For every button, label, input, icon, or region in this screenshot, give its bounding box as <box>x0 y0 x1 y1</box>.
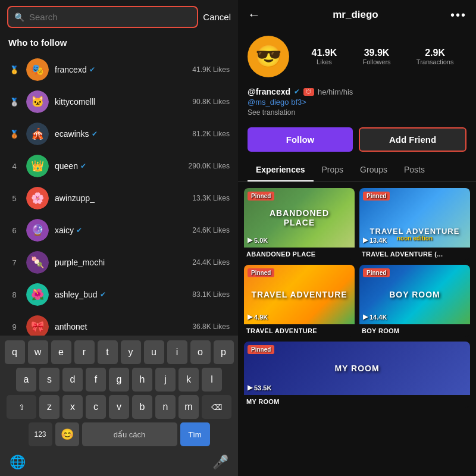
list-item[interactable]: 9🎀anthonet36.8K Likes <box>0 311 238 336</box>
key-n[interactable]: n <box>155 395 176 419</box>
user-info: ecawinks✔ <box>55 129 186 139</box>
tab-groups[interactable]: Groups <box>352 159 396 181</box>
follow-button[interactable]: Follow <box>248 127 353 152</box>
tab-props[interactable]: Props <box>314 159 352 181</box>
key-shift[interactable]: ⇧ <box>7 395 36 419</box>
key-h[interactable]: h <box>132 368 152 392</box>
key-z[interactable]: z <box>39 395 60 419</box>
avatar: 👑 <box>26 155 49 177</box>
user-info: francexd✔ <box>55 65 186 74</box>
key-w[interactable]: w <box>28 340 48 364</box>
list-item[interactable]: 7🍡purple_mochi24.4K Likes <box>0 246 238 278</box>
search-input[interactable] <box>29 12 191 22</box>
grid-img-travel2: Pinned TRAVEL ADVENTURE ▶4.9K <box>244 265 355 324</box>
keyboard-area: q w e r t y u i o p a s d f g h j k l ⇧ … <box>0 336 238 476</box>
user-list: 🥇🎭francexd✔41.9K Likes🥈🐱kittycomelll90.8… <box>0 54 238 336</box>
key-f[interactable]: f <box>86 368 106 392</box>
add-friend-button[interactable]: Add Friend <box>359 127 466 152</box>
grid-item-boy-room[interactable]: Pinned BOY ROOM ▶14.4K BOY ROOM <box>359 265 470 337</box>
list-item[interactable]: 5🌸awinzupp_13.3K Likes <box>0 182 238 214</box>
list-item[interactable]: 🥇🎭francexd✔41.9K Likes <box>0 54 238 86</box>
grid-label-myroom: MY ROOM <box>244 395 470 408</box>
username-label: xaicy <box>55 226 74 235</box>
action-buttons: Follow Add Friend <box>238 120 476 159</box>
stat-transactions-label: Transactions <box>416 58 454 65</box>
key-y[interactable]: y <box>121 340 141 364</box>
tab-posts[interactable]: Posts <box>396 159 433 181</box>
key-k[interactable]: k <box>178 368 199 392</box>
key-o[interactable]: o <box>190 340 211 364</box>
list-item[interactable]: 🥉🎪ecawinks✔81.2K Likes <box>0 118 238 150</box>
grid-item-abandoned-place[interactable]: Pinned ABANDONEDPLACE ▶5.0K ABANDONED PL… <box>244 188 355 260</box>
likes-count: 13.3K Likes <box>192 194 230 202</box>
user-info: awinzupp_ <box>55 193 186 203</box>
grid-img-travel1: Pinned TRAVEL ADVENTURE noon edition ▶13… <box>359 188 470 248</box>
profile-bio: @francexd ✔ 🛡 he/him/his @ms_diego bf3> … <box>238 83 476 120</box>
search-input-wrapper[interactable]: 🔍 <box>7 6 198 28</box>
key-i[interactable]: i <box>167 340 187 364</box>
key-emoji[interactable]: 😊 <box>55 422 79 446</box>
stat-followers-label: Followers <box>363 58 391 65</box>
rank-badge: 5 <box>8 194 20 203</box>
bio-mention[interactable]: @ms_diego bf3> <box>248 98 466 107</box>
cancel-button[interactable]: Cancel <box>203 12 231 22</box>
key-backspace[interactable]: ⌫ <box>202 395 231 419</box>
pinned-badge-4: Pinned <box>363 268 390 277</box>
microphone-icon[interactable]: 🎤 <box>212 455 228 470</box>
avatar: 🐱 <box>26 90 49 113</box>
key-t[interactable]: t <box>98 340 118 364</box>
key-p[interactable]: p <box>214 340 234 364</box>
key-u[interactable]: u <box>144 340 164 364</box>
list-item[interactable]: 8🌺ashley_bud✔83.1K Likes <box>0 278 238 311</box>
grid-img-boyroom: Pinned BOY ROOM ▶14.4K <box>359 265 470 324</box>
list-item[interactable]: 6🔮xaicy✔24.6K Likes <box>0 214 238 246</box>
list-item[interactable]: 🥈🐱kittycomelll90.8K Likes <box>0 86 238 118</box>
avatar: 🎭 <box>26 58 49 81</box>
likes-count: 24.4K Likes <box>192 258 230 267</box>
key-m[interactable]: m <box>178 395 199 419</box>
grid-item-my-room[interactable]: Pinned MY ROOM ▶53.5K MY ROOM <box>244 342 470 408</box>
back-button[interactable]: ← <box>248 7 261 23</box>
user-info: anthonet <box>55 322 186 331</box>
globe-icon[interactable]: 🌐 <box>10 455 26 470</box>
grid-label-abandoned: ABANDONED PLACE <box>244 248 355 260</box>
rank-badge: 🥈 <box>8 98 20 107</box>
verified-icon: ✔ <box>89 65 95 74</box>
key-a[interactable]: a <box>16 368 36 392</box>
key-r[interactable]: r <box>74 340 95 364</box>
key-l[interactable]: l <box>202 368 222 392</box>
pinned-badge-3: Pinned <box>248 268 274 277</box>
tab-experiences[interactable]: Experiences <box>248 159 314 181</box>
rank-badge: 7 <box>8 258 20 267</box>
key-d[interactable]: d <box>62 368 83 392</box>
user-info: ashley_bud✔ <box>55 290 186 299</box>
key-e[interactable]: e <box>51 340 71 364</box>
key-b[interactable]: b <box>132 395 152 419</box>
view-count-travel2: ▶4.9K <box>248 313 268 321</box>
see-translation[interactable]: See translation <box>248 108 466 117</box>
stat-followers: 39.9K Followers <box>363 48 391 65</box>
key-s[interactable]: s <box>39 368 60 392</box>
key-space[interactable]: dấu cách <box>82 422 177 446</box>
key-g[interactable]: g <box>109 368 129 392</box>
user-info: xaicy✔ <box>55 226 186 235</box>
avatar: 🍡 <box>26 251 49 274</box>
username-label: ashley_bud <box>55 290 98 299</box>
more-button[interactable]: ••• <box>450 8 466 22</box>
verified-icon: ✔ <box>92 130 98 138</box>
key-x[interactable]: x <box>62 395 83 419</box>
list-item[interactable]: 4👑queen✔290.0K Likes <box>0 150 238 182</box>
key-c[interactable]: c <box>86 395 106 419</box>
grid-item-travel-1[interactable]: Pinned TRAVEL ADVENTURE noon edition ▶13… <box>359 188 470 260</box>
key-v[interactable]: v <box>109 395 129 419</box>
rank-badge: 🥉 <box>8 130 20 139</box>
key-j[interactable]: j <box>155 368 176 392</box>
grid-item-travel-2[interactable]: Pinned TRAVEL ADVENTURE ▶4.9K TRAVEL ADV… <box>244 265 355 337</box>
key-123[interactable]: 123 <box>29 422 52 446</box>
rank-badge: 4 <box>8 162 20 171</box>
grid-label-travel1: TRAVEL ADVENTURE (... <box>359 248 470 260</box>
stat-transactions: 2.9K Transactions <box>416 48 454 65</box>
key-q[interactable]: q <box>5 340 25 364</box>
stat-transactions-value: 2.9K <box>425 48 445 58</box>
key-search-submit[interactable]: Tìm <box>180 422 210 446</box>
